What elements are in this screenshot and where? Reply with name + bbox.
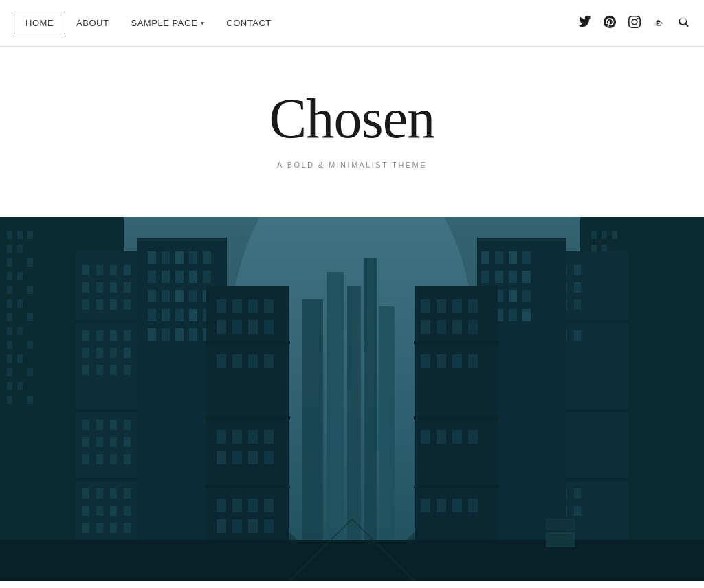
nav-left: HOME ABOUT SAMPLE PAGE ▾ CONTACT — [14, 12, 283, 34]
search-icon[interactable] — [678, 16, 690, 31]
nav-item-about[interactable]: ABOUT — [65, 12, 120, 34]
soundcloud-icon[interactable] — [653, 16, 666, 31]
nav-item-sample-page[interactable]: SAMPLE PAGE ▾ — [120, 12, 215, 34]
hero-subtitle: A BOLD & MINIMALIST THEME — [277, 161, 427, 169]
chevron-down-icon: ▾ — [201, 19, 205, 27]
twitter-icon[interactable] — [579, 16, 591, 31]
main-nav: HOME ABOUT SAMPLE PAGE ▾ CONTACT — [0, 0, 704, 47]
nav-item-home[interactable]: HOME — [14, 12, 65, 34]
hero-image — [0, 217, 704, 581]
city-illustration — [0, 217, 704, 581]
nav-item-contact[interactable]: CONTACT — [215, 12, 283, 34]
hero-title: Chosen — [269, 88, 434, 150]
nav-right — [579, 16, 690, 31]
svg-rect-247 — [0, 217, 704, 581]
pinterest-icon[interactable] — [604, 16, 616, 31]
instagram-icon[interactable] — [628, 16, 641, 31]
hero-section: Chosen A BOLD & MINIMALIST THEME — [0, 47, 704, 217]
